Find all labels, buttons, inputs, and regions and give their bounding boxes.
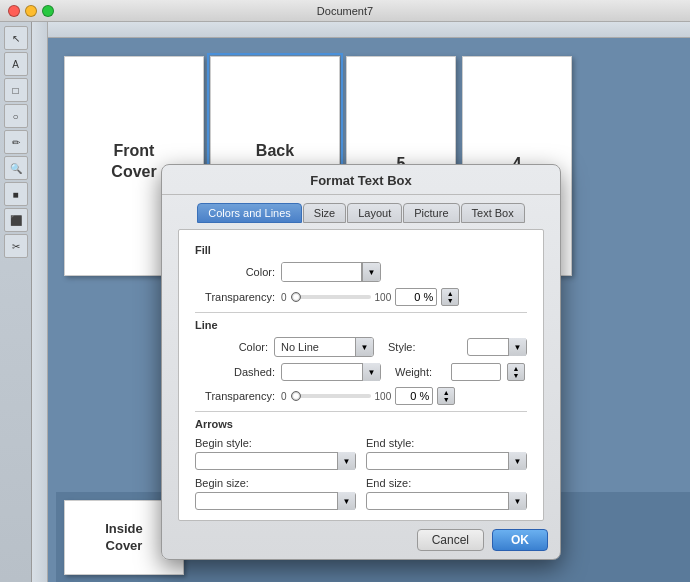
app-body: ↖ A □ ○ ✏ 🔍 ■ ⬛ ✂ FrontCover BackCover 5… xyxy=(0,22,690,582)
line-color-value: No Line xyxy=(275,338,355,356)
line-transparency-slider[interactable] xyxy=(291,394,371,398)
ruler-horizontal xyxy=(32,22,690,38)
dialog-content: Fill Color: ▼ Transparency: 0 xyxy=(178,229,544,521)
rect-tool-icon[interactable]: □ xyxy=(4,78,28,102)
fill-transparency-slider-wrap: 0 100 ▲▼ xyxy=(281,288,527,306)
canvas-area: FrontCover BackCover 5 4 InsideCover For… xyxy=(32,22,690,582)
dialog-tabs: Colors and Lines Size Layout Picture Tex… xyxy=(162,195,560,223)
fill-color-swatch xyxy=(282,263,362,281)
begin-size-dropdown[interactable]: ▼ xyxy=(195,492,356,510)
fill-transparency-thumb[interactable] xyxy=(291,292,301,302)
shape-tool-icon[interactable]: ■ xyxy=(4,182,28,206)
format-text-box-dialog: Format Text Box Colors and Lines Size La… xyxy=(161,164,561,560)
begin-style-arrow[interactable]: ▼ xyxy=(337,452,355,470)
end-style-dropdown[interactable]: ▼ xyxy=(366,452,527,470)
end-style-col: End style: ▼ xyxy=(366,436,527,470)
line-transparency-row: Transparency: 0 100 ▲▼ xyxy=(195,387,527,405)
inside-cover-label: InsideCover xyxy=(105,521,143,555)
end-size-label: End size: xyxy=(366,477,411,489)
line-dashed-dropdown[interactable]: ▼ xyxy=(281,363,381,381)
close-button[interactable] xyxy=(8,5,20,17)
toolbar-left: ↖ A □ ○ ✏ 🔍 ■ ⬛ ✂ xyxy=(0,22,32,582)
pen-tool-icon[interactable]: ✏ xyxy=(4,130,28,154)
front-cover-label: FrontCover xyxy=(111,141,156,183)
arrows-row: Begin style: ▼ End style: ▼ xyxy=(195,436,527,470)
fill-transparency-slider[interactable] xyxy=(291,295,371,299)
end-size-arrow[interactable]: ▼ xyxy=(508,492,526,510)
tab-picture[interactable]: Picture xyxy=(403,203,459,223)
fill-color-label: Color: xyxy=(195,266,275,278)
line-arrows-divider xyxy=(195,411,527,412)
arrows-section-label: Arrows xyxy=(195,418,527,430)
fill-transparency-label: Transparency: xyxy=(195,291,275,303)
zoom-tool-icon[interactable]: 🔍 xyxy=(4,156,28,180)
fill-line-divider xyxy=(195,312,527,313)
fill-color-dropdown-arrow[interactable]: ▼ xyxy=(362,263,380,281)
text-tool-icon[interactable]: A xyxy=(4,52,28,76)
dialog-footer: Cancel OK xyxy=(162,521,560,559)
line-color-label: Color: xyxy=(195,341,268,353)
arrows-size-row: Begin size: ▼ End size: ▼ xyxy=(195,476,527,510)
tab-layout[interactable]: Layout xyxy=(347,203,402,223)
end-style-label: End style: xyxy=(366,437,414,449)
line-transparency-max: 100 xyxy=(375,391,392,402)
end-size-col: End size: ▼ xyxy=(366,476,527,510)
line-transparency-label: Transparency: xyxy=(195,390,275,402)
tab-colors-lines[interactable]: Colors and Lines xyxy=(197,203,302,223)
begin-size-col: Begin size: ▼ xyxy=(195,476,356,510)
end-style-arrow[interactable]: ▼ xyxy=(508,452,526,470)
begin-style-label: Begin style: xyxy=(195,437,252,449)
line-weight-stepper[interactable]: ▲▼ xyxy=(507,363,525,381)
title-bar: Document7 xyxy=(0,0,690,22)
fill-transparency-stepper[interactable]: ▲▼ xyxy=(441,288,459,306)
fill-transparency-max: 100 xyxy=(375,292,392,303)
line-dashed-label: Dashed: xyxy=(195,366,275,378)
oval-tool-icon[interactable]: ○ xyxy=(4,104,28,128)
minimize-button[interactable] xyxy=(25,5,37,17)
ok-button[interactable]: OK xyxy=(492,529,548,551)
dialog-title: Format Text Box xyxy=(162,165,560,195)
line-transparency-min: 0 xyxy=(281,391,287,402)
fill-color-picker[interactable]: ▼ xyxy=(281,262,381,282)
fill-section-label: Fill xyxy=(195,244,527,256)
line-color-arrow[interactable]: ▼ xyxy=(355,338,373,356)
image-tool-icon[interactable]: ⬛ xyxy=(4,208,28,232)
begin-size-arrow[interactable]: ▼ xyxy=(337,492,355,510)
line-dashed-arrow[interactable]: ▼ xyxy=(362,363,380,381)
line-transparency-slider-wrap: 0 100 ▲▼ xyxy=(281,387,527,405)
fill-color-row: Color: ▼ xyxy=(195,262,527,282)
line-color-row: Color: No Line ▼ Style: ▼ xyxy=(195,337,527,357)
begin-size-label: Begin size: xyxy=(195,477,249,489)
line-style-dropdown[interactable]: ▼ xyxy=(467,338,527,356)
crop-tool-icon[interactable]: ✂ xyxy=(4,234,28,258)
tab-size[interactable]: Size xyxy=(303,203,346,223)
window-title: Document7 xyxy=(317,5,373,17)
arrow-tool-icon[interactable]: ↖ xyxy=(4,26,28,50)
window-controls[interactable] xyxy=(8,5,54,17)
fill-transparency-input[interactable] xyxy=(395,288,437,306)
maximize-button[interactable] xyxy=(42,5,54,17)
cancel-button[interactable]: Cancel xyxy=(417,529,484,551)
ruler-vertical xyxy=(32,22,48,582)
line-style-arrow[interactable]: ▼ xyxy=(508,338,526,356)
line-dashed-row: Dashed: ▼ Weight: 0.75 pt ▲▼ xyxy=(195,363,527,381)
line-transparency-stepper[interactable]: ▲▼ xyxy=(437,387,455,405)
line-section-label: Line xyxy=(195,319,527,331)
line-style-label: Style: xyxy=(388,341,461,353)
fill-transparency-min: 0 xyxy=(281,292,287,303)
line-transparency-input[interactable] xyxy=(395,387,433,405)
tab-text-box[interactable]: Text Box xyxy=(461,203,525,223)
line-transparency-thumb[interactable] xyxy=(291,391,301,401)
line-weight-label: Weight: xyxy=(395,366,445,378)
end-size-dropdown[interactable]: ▼ xyxy=(366,492,527,510)
fill-transparency-row: Transparency: 0 100 ▲▼ xyxy=(195,288,527,306)
line-weight-input[interactable]: 0.75 pt xyxy=(451,363,501,381)
begin-style-col: Begin style: ▼ xyxy=(195,436,356,470)
line-color-dropdown[interactable]: No Line ▼ xyxy=(274,337,374,357)
begin-style-dropdown[interactable]: ▼ xyxy=(195,452,356,470)
